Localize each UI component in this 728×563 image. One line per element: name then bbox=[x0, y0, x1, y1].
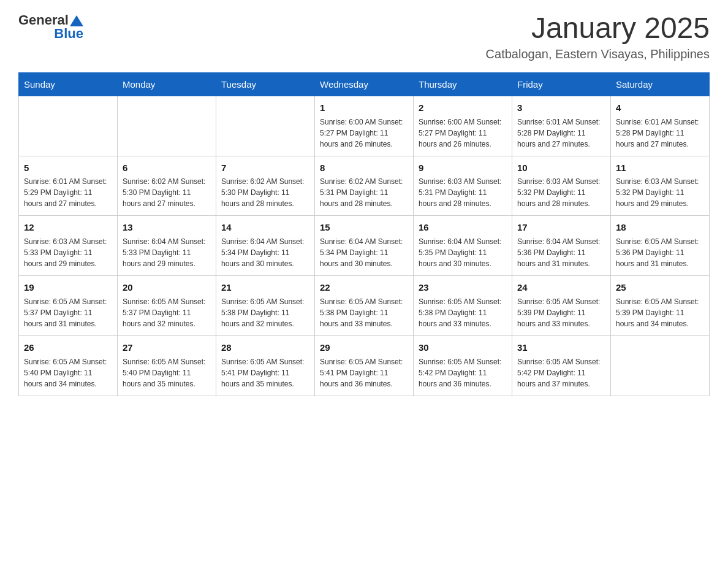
calendar-day-29: 29Sunrise: 6:05 AM Sunset: 5:41 PM Dayli… bbox=[315, 335, 414, 396]
day-number: 19 bbox=[24, 281, 112, 294]
day-info: Sunrise: 6:04 AM Sunset: 5:36 PM Dayligh… bbox=[517, 236, 605, 269]
calendar-day-2: 2Sunrise: 6:00 AM Sunset: 5:27 PM Daylig… bbox=[414, 96, 512, 156]
calendar-header-wednesday: Wednesday bbox=[315, 72, 414, 96]
calendar-day-16: 16Sunrise: 6:04 AM Sunset: 5:35 PM Dayli… bbox=[414, 216, 512, 276]
day-info: Sunrise: 6:05 AM Sunset: 5:37 PM Dayligh… bbox=[123, 296, 211, 329]
calendar-empty-cell bbox=[611, 335, 710, 396]
svg-marker-0 bbox=[70, 15, 83, 26]
calendar-empty-cell bbox=[118, 96, 216, 156]
calendar-header-friday: Friday bbox=[512, 72, 611, 96]
month-title: January 2025 bbox=[486, 12, 710, 45]
day-info: Sunrise: 6:05 AM Sunset: 5:39 PM Dayligh… bbox=[517, 296, 605, 329]
day-number: 1 bbox=[320, 101, 408, 115]
calendar-day-27: 27Sunrise: 6:05 AM Sunset: 5:40 PM Dayli… bbox=[118, 335, 216, 396]
calendar-day-30: 30Sunrise: 6:05 AM Sunset: 5:42 PM Dayli… bbox=[414, 335, 512, 396]
calendar-day-8: 8Sunrise: 6:02 AM Sunset: 5:31 PM Daylig… bbox=[315, 156, 414, 216]
calendar-day-21: 21Sunrise: 6:05 AM Sunset: 5:38 PM Dayli… bbox=[216, 276, 315, 336]
calendar-header-monday: Monday bbox=[118, 72, 216, 96]
calendar-header-row: SundayMondayTuesdayWednesdayThursdayFrid… bbox=[19, 72, 710, 96]
day-info: Sunrise: 6:05 AM Sunset: 5:42 PM Dayligh… bbox=[517, 356, 605, 389]
calendar-day-17: 17Sunrise: 6:04 AM Sunset: 5:36 PM Dayli… bbox=[512, 216, 611, 276]
day-number: 14 bbox=[221, 221, 309, 234]
calendar-table: SundayMondayTuesdayWednesdayThursdayFrid… bbox=[18, 72, 710, 396]
calendar-header-sunday: Sunday bbox=[19, 72, 118, 96]
day-info: Sunrise: 6:05 AM Sunset: 5:42 PM Dayligh… bbox=[419, 356, 507, 389]
day-number: 29 bbox=[320, 341, 408, 354]
day-info: Sunrise: 6:05 AM Sunset: 5:40 PM Dayligh… bbox=[24, 356, 112, 389]
calendar-day-26: 26Sunrise: 6:05 AM Sunset: 5:40 PM Dayli… bbox=[19, 335, 118, 396]
day-info: Sunrise: 6:05 AM Sunset: 5:37 PM Dayligh… bbox=[24, 296, 112, 329]
day-number: 31 bbox=[517, 341, 605, 354]
calendar-day-3: 3Sunrise: 6:01 AM Sunset: 5:28 PM Daylig… bbox=[512, 96, 611, 156]
day-number: 4 bbox=[616, 101, 704, 115]
day-info: Sunrise: 6:03 AM Sunset: 5:33 PM Dayligh… bbox=[24, 236, 112, 269]
day-number: 20 bbox=[123, 281, 211, 294]
day-info: Sunrise: 6:04 AM Sunset: 5:34 PM Dayligh… bbox=[221, 236, 309, 269]
logo-blue-text: Blue bbox=[54, 26, 83, 42]
calendar-day-25: 25Sunrise: 6:05 AM Sunset: 5:39 PM Dayli… bbox=[611, 276, 710, 336]
day-number: 17 bbox=[517, 221, 605, 234]
day-info: Sunrise: 6:05 AM Sunset: 5:41 PM Dayligh… bbox=[320, 356, 408, 389]
day-number: 10 bbox=[517, 161, 605, 175]
day-number: 3 bbox=[517, 101, 605, 115]
day-number: 8 bbox=[320, 161, 408, 175]
day-info: Sunrise: 6:05 AM Sunset: 5:38 PM Dayligh… bbox=[419, 296, 507, 329]
day-number: 25 bbox=[616, 281, 704, 294]
day-number: 23 bbox=[419, 281, 507, 294]
calendar-day-28: 28Sunrise: 6:05 AM Sunset: 5:41 PM Dayli… bbox=[216, 335, 315, 396]
day-number: 24 bbox=[517, 281, 605, 294]
calendar-day-5: 5Sunrise: 6:01 AM Sunset: 5:29 PM Daylig… bbox=[19, 156, 118, 216]
calendar-empty-cell bbox=[19, 96, 118, 156]
day-info: Sunrise: 6:00 AM Sunset: 5:27 PM Dayligh… bbox=[419, 117, 507, 150]
calendar-day-4: 4Sunrise: 6:01 AM Sunset: 5:28 PM Daylig… bbox=[611, 96, 710, 156]
calendar-day-31: 31Sunrise: 6:05 AM Sunset: 5:42 PM Dayli… bbox=[512, 335, 611, 396]
calendar-week-row: 12Sunrise: 6:03 AM Sunset: 5:33 PM Dayli… bbox=[19, 216, 710, 276]
title-section: January 2025 Catbalogan, Eastern Visayas… bbox=[486, 12, 710, 61]
day-info: Sunrise: 6:03 AM Sunset: 5:32 PM Dayligh… bbox=[616, 176, 704, 209]
calendar-week-row: 26Sunrise: 6:05 AM Sunset: 5:40 PM Dayli… bbox=[19, 335, 710, 396]
calendar-day-1: 1Sunrise: 6:00 AM Sunset: 5:27 PM Daylig… bbox=[315, 96, 414, 156]
day-number: 2 bbox=[419, 101, 507, 115]
day-number: 16 bbox=[419, 221, 507, 234]
calendar-day-18: 18Sunrise: 6:05 AM Sunset: 5:36 PM Dayli… bbox=[611, 216, 710, 276]
calendar-header-saturday: Saturday bbox=[611, 72, 710, 96]
day-number: 18 bbox=[616, 221, 704, 234]
day-info: Sunrise: 6:01 AM Sunset: 5:28 PM Dayligh… bbox=[517, 117, 605, 150]
calendar-day-13: 13Sunrise: 6:04 AM Sunset: 5:33 PM Dayli… bbox=[118, 216, 216, 276]
day-number: 6 bbox=[123, 161, 211, 175]
day-number: 7 bbox=[221, 161, 309, 175]
day-info: Sunrise: 6:04 AM Sunset: 5:34 PM Dayligh… bbox=[320, 236, 408, 269]
day-info: Sunrise: 6:05 AM Sunset: 5:39 PM Dayligh… bbox=[616, 296, 704, 329]
day-info: Sunrise: 6:04 AM Sunset: 5:35 PM Dayligh… bbox=[419, 236, 507, 269]
day-info: Sunrise: 6:03 AM Sunset: 5:31 PM Dayligh… bbox=[419, 176, 507, 209]
day-info: Sunrise: 6:03 AM Sunset: 5:32 PM Dayligh… bbox=[517, 176, 605, 209]
day-number: 28 bbox=[221, 341, 309, 354]
day-info: Sunrise: 6:05 AM Sunset: 5:38 PM Dayligh… bbox=[221, 296, 309, 329]
calendar-week-row: 1Sunrise: 6:00 AM Sunset: 5:27 PM Daylig… bbox=[19, 96, 710, 156]
day-number: 15 bbox=[320, 221, 408, 234]
day-info: Sunrise: 6:02 AM Sunset: 5:30 PM Dayligh… bbox=[221, 176, 309, 209]
day-number: 22 bbox=[320, 281, 408, 294]
logo: General Blue bbox=[18, 12, 83, 42]
page-header: General Blue January 2025 Catbalogan, Ea… bbox=[18, 12, 710, 61]
day-number: 13 bbox=[123, 221, 211, 234]
calendar-day-14: 14Sunrise: 6:04 AM Sunset: 5:34 PM Dayli… bbox=[216, 216, 315, 276]
day-info: Sunrise: 6:05 AM Sunset: 5:36 PM Dayligh… bbox=[616, 236, 704, 269]
calendar-empty-cell bbox=[216, 96, 315, 156]
day-number: 26 bbox=[24, 341, 112, 354]
day-number: 11 bbox=[616, 161, 704, 175]
day-info: Sunrise: 6:02 AM Sunset: 5:31 PM Dayligh… bbox=[320, 176, 408, 209]
calendar-week-row: 19Sunrise: 6:05 AM Sunset: 5:37 PM Dayli… bbox=[19, 276, 710, 336]
calendar-day-12: 12Sunrise: 6:03 AM Sunset: 5:33 PM Dayli… bbox=[19, 216, 118, 276]
day-info: Sunrise: 6:04 AM Sunset: 5:33 PM Dayligh… bbox=[123, 236, 211, 269]
calendar-day-10: 10Sunrise: 6:03 AM Sunset: 5:32 PM Dayli… bbox=[512, 156, 611, 216]
calendar-day-6: 6Sunrise: 6:02 AM Sunset: 5:30 PM Daylig… bbox=[118, 156, 216, 216]
day-number: 5 bbox=[24, 161, 112, 175]
calendar-week-row: 5Sunrise: 6:01 AM Sunset: 5:29 PM Daylig… bbox=[19, 156, 710, 216]
day-info: Sunrise: 6:05 AM Sunset: 5:40 PM Dayligh… bbox=[123, 356, 211, 389]
day-info: Sunrise: 6:01 AM Sunset: 5:29 PM Dayligh… bbox=[24, 176, 112, 209]
day-number: 12 bbox=[24, 221, 112, 234]
day-info: Sunrise: 6:05 AM Sunset: 5:41 PM Dayligh… bbox=[221, 356, 309, 389]
day-number: 21 bbox=[221, 281, 309, 294]
calendar-day-15: 15Sunrise: 6:04 AM Sunset: 5:34 PM Dayli… bbox=[315, 216, 414, 276]
